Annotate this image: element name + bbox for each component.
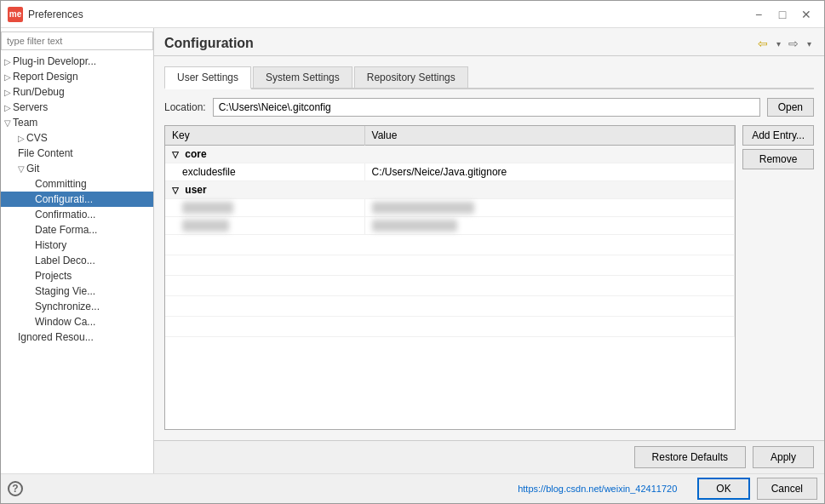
sidebar-item-file-content[interactable]: File Content [1,146,153,161]
table-row-empty [165,317,735,337]
cancel-button[interactable]: Cancel [757,478,817,500]
main-content: ▷ Plug-in Developr... ▷ Report Design ▷ … [1,28,824,473]
value-cell-blurred [364,199,735,217]
sidebar-item-label-deco[interactable]: Label Deco... [1,253,153,268]
sidebar-item-label: Servers [13,101,48,113]
sidebar-item-report-design[interactable]: ▷ Report Design [1,69,153,84]
sidebar-item-cvs[interactable]: ▷ CVS [1,130,153,146]
sidebar-item-servers[interactable]: ▷ Servers [1,100,153,115]
tab-user-settings[interactable]: User Settings [164,66,251,89]
col-key: Key [165,126,364,146]
main-panel: Configuration ⇦ ▾ ⇨ ▾ User Settings Syst… [154,28,824,473]
sidebar-item-label: Configurati... [35,193,93,205]
table-row-empty [165,255,735,276]
window-controls: − □ ✕ [748,6,817,23]
sidebar-item-run-debug[interactable]: ▷ Run/Debug [1,84,153,100]
sidebar: ▷ Plug-in Developr... ▷ Report Design ▷ … [1,28,154,473]
config-table: Key Value ▽ core [164,125,736,430]
close-button[interactable]: ✕ [795,6,817,23]
sidebar-item-committing[interactable]: Committing [1,176,153,192]
expand-arrow: ▷ [4,88,11,97]
table-row[interactable]: excludesfile C:/Users/Neice/Java.gitigno… [165,163,735,181]
sidebar-item-history[interactable]: History [1,238,153,253]
expand-arrow: ▷ [4,103,11,112]
restore-defaults-button[interactable]: Restore Defaults [634,446,746,468]
panel-title: Configuration [164,36,254,51]
sidebar-item-confirmation[interactable]: Confirmatio... [1,207,153,222]
table-row[interactable] [165,217,735,235]
sidebar-item-label: Run/Debug [13,86,65,98]
location-row: Location: Open [164,98,814,117]
footer: Restore Defaults Apply [154,440,824,473]
value-cell-blurred2 [364,217,735,235]
title-bar: me Preferences − □ ✕ [1,1,824,28]
col-value: Value [364,126,735,146]
sidebar-item-synchronize[interactable]: Synchronize... [1,299,153,314]
forward-dropdown[interactable]: ▾ [804,35,814,52]
sidebar-item-label: Git [26,163,39,175]
preferences-window: me Preferences − □ ✕ ▷ Plug-in Developr.… [0,0,825,504]
help-button[interactable]: ? [8,481,23,496]
section-user[interactable]: ▽ user [165,181,735,199]
sidebar-item-configuration[interactable]: Configurati... [1,192,153,207]
open-button[interactable]: Open [767,98,814,117]
sidebar-item-label: Report Design [13,71,78,83]
bottom-bar: ? https://blog.csdn.net/weixin_42411720 … [1,473,824,503]
sidebar-item-team[interactable]: ▽ Team [1,115,153,130]
table-row-empty [165,235,735,255]
forward-button[interactable]: ⇨ [785,35,802,52]
expand-arrow: ▽ [4,118,11,128]
sidebar-item-plug-in[interactable]: ▷ Plug-in Developr... [1,54,153,69]
sidebar-item-label: Confirmatio... [35,209,95,220]
key-cell-blurred [165,199,364,217]
footer-buttons: Restore Defaults Apply [634,446,814,468]
section-arrow: ▽ [172,186,179,195]
table-container: Key Value ▽ core [164,125,814,430]
table-row-empty [165,276,735,296]
key-cell: excludesfile [165,163,364,181]
sidebar-item-label: CVS [26,132,48,144]
sidebar-item-git[interactable]: ▽ Git [1,161,153,176]
back-button[interactable]: ⇦ [754,35,771,52]
panel-body: User Settings System Settings Repository… [154,56,824,440]
sidebar-item-staging-view[interactable]: Staging Vie... [1,284,153,299]
sidebar-item-label: Ignored Resou... [18,331,94,343]
sidebar-item-label: Projects [35,270,72,282]
sidebar-item-label: Staging Vie... [35,285,95,297]
tab-bar: User Settings System Settings Repository… [164,66,814,89]
sidebar-item-label: Date Forma... [35,224,97,236]
window-title: Preferences [28,9,748,20]
section-arrow: ▽ [172,150,179,159]
maximize-button[interactable]: □ [771,6,793,23]
key-cell-blurred2 [165,217,364,235]
app-icon: me [8,7,23,22]
sidebar-item-ignored-resour[interactable]: Ignored Resou... [1,329,153,345]
ok-button[interactable]: OK [697,478,749,500]
section-core[interactable]: ▽ core [165,146,735,163]
back-dropdown[interactable]: ▾ [773,35,783,52]
value-cell: C:/Users/Neice/Java.gitignore [364,163,735,181]
minimize-button[interactable]: − [748,6,770,23]
table-row[interactable] [165,199,735,217]
sidebar-item-label: Label Deco... [35,255,95,266]
tab-system-settings[interactable]: System Settings [253,66,352,88]
expand-arrow: ▷ [4,57,11,66]
section-label: user [185,184,206,196]
sidebar-item-label: Committing [35,178,87,190]
sidebar-item-label: Window Ca... [35,316,95,328]
add-entry-button[interactable]: Add Entry... [742,125,814,146]
location-input[interactable] [213,98,760,117]
expand-arrow: ▽ [18,164,25,174]
sidebar-item-label: History [35,239,66,251]
filter-input[interactable] [1,32,153,50]
apply-button[interactable]: Apply [753,446,814,468]
sidebar-item-window-ca[interactable]: Window Ca... [1,314,153,329]
table-buttons: Add Entry... Remove [742,125,814,430]
remove-button[interactable]: Remove [742,149,814,169]
sidebar-item-label: Team [13,117,37,129]
sidebar-item-date-format[interactable]: Date Forma... [1,222,153,238]
sidebar-item-projects[interactable]: Projects [1,268,153,284]
bottom-link: https://blog.csdn.net/weixin_42411720 [518,484,677,494]
tab-repository-settings[interactable]: Repository Settings [354,66,468,88]
sidebar-item-label: Synchronize... [35,301,100,312]
